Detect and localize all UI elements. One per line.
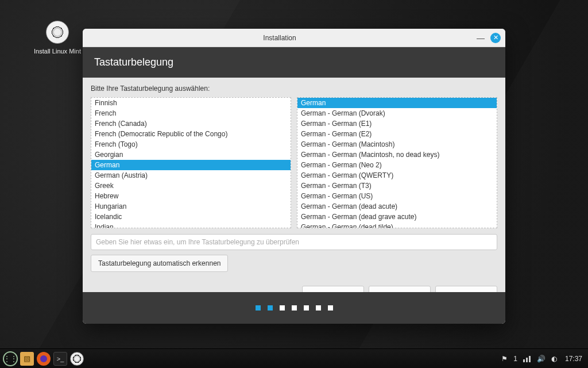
list-item[interactable]: German bbox=[91, 160, 291, 170]
list-item[interactable]: German - German (dead acute) bbox=[297, 201, 497, 212]
close-icon: ✕ bbox=[493, 34, 498, 41]
taskbar: ⋮⋮ ▧ >_ ⚑ 1 🔊 ◐ 17:37 bbox=[0, 348, 588, 368]
start-menu-button[interactable]: ⋮⋮ bbox=[3, 352, 17, 366]
keyboard-test-input[interactable] bbox=[91, 234, 497, 250]
terminal-launcher[interactable]: >_ bbox=[53, 352, 67, 366]
list-item[interactable]: German - German (dead grave acute) bbox=[297, 212, 497, 222]
installer-taskbar-entry[interactable] bbox=[70, 352, 84, 366]
list-item[interactable]: French (Canada) bbox=[91, 118, 291, 129]
list-item[interactable]: French bbox=[91, 108, 291, 118]
volume-icon[interactable]: 🔊 bbox=[537, 355, 546, 363]
progress-dot bbox=[280, 305, 285, 310]
close-button[interactable]: ✕ bbox=[490, 33, 501, 43]
progress-dot bbox=[316, 305, 321, 310]
layout-variant-list[interactable]: GermanGerman - German (Dvorak)German - G… bbox=[297, 97, 497, 228]
disc-icon bbox=[46, 21, 69, 44]
installer-window: Installation — ✕ Tastaturbelegung Bitte … bbox=[83, 29, 505, 324]
page-heading: Tastaturbelegung bbox=[94, 56, 494, 68]
list-item[interactable]: German - German (dead tilde) bbox=[297, 222, 497, 228]
desktop-install-launcher[interactable]: Install Linux Mint bbox=[30, 21, 85, 55]
wizard-header: Tastaturbelegung bbox=[83, 47, 505, 78]
progress-dot bbox=[292, 305, 297, 310]
window-title: Installation bbox=[83, 34, 477, 42]
list-item[interactable]: Hungarian bbox=[91, 201, 291, 212]
list-item[interactable]: Georgian bbox=[91, 150, 291, 160]
list-item[interactable]: German - German (Macintosh) bbox=[297, 139, 497, 150]
notifications-icon[interactable]: ⚑ bbox=[501, 355, 508, 363]
titlebar[interactable]: Installation — ✕ bbox=[83, 29, 505, 47]
folder-icon: ▧ bbox=[24, 354, 30, 363]
list-item[interactable]: Hebrew bbox=[91, 191, 291, 201]
list-item[interactable]: German (Austria) bbox=[91, 170, 291, 181]
firefox-launcher[interactable] bbox=[37, 352, 51, 366]
list-item[interactable]: German - German (E2) bbox=[297, 129, 497, 139]
prompt-label: Bitte Ihre Tastaturbelegung auswählen: bbox=[91, 85, 497, 93]
terminal-icon: >_ bbox=[57, 355, 64, 362]
system-tray: ⚑ 1 🔊 ◐ 17:37 bbox=[501, 355, 585, 363]
mint-logo-icon: ⋮⋮ bbox=[3, 351, 18, 366]
network-icon[interactable] bbox=[523, 355, 531, 362]
progress-dot bbox=[328, 305, 333, 310]
power-icon[interactable]: ◐ bbox=[551, 355, 557, 363]
clock[interactable]: 17:37 bbox=[565, 355, 582, 363]
list-item[interactable]: French (Togo) bbox=[91, 139, 291, 150]
list-item[interactable]: Indian bbox=[91, 222, 291, 228]
desktop-install-label: Install Linux Mint bbox=[30, 47, 85, 55]
notification-count[interactable]: 1 bbox=[513, 355, 517, 363]
list-item[interactable]: Icelandic bbox=[91, 212, 291, 222]
progress-dot bbox=[256, 305, 261, 310]
list-item[interactable]: German bbox=[297, 98, 497, 108]
file-manager-launcher[interactable]: ▧ bbox=[20, 352, 34, 366]
progress-dots bbox=[83, 292, 505, 324]
list-item[interactable]: German - German (Macintosh, no dead keys… bbox=[297, 150, 497, 160]
list-item[interactable]: Greek bbox=[91, 181, 291, 191]
disc-icon bbox=[70, 352, 84, 366]
list-item[interactable]: German - German (Dvorak) bbox=[297, 108, 497, 118]
minimize-button[interactable]: — bbox=[477, 33, 485, 43]
list-item[interactable]: German - German (E1) bbox=[297, 118, 497, 129]
list-item[interactable]: German - German (T3) bbox=[297, 181, 497, 191]
detect-layout-button[interactable]: Tastaturbelegung automatisch erkennen bbox=[91, 255, 228, 272]
layout-language-list[interactable]: FinnishFrenchFrench (Canada)French (Demo… bbox=[91, 97, 291, 228]
list-item[interactable]: German - German (US) bbox=[297, 191, 497, 201]
firefox-icon bbox=[40, 355, 47, 362]
list-item[interactable]: Finnish bbox=[91, 98, 291, 108]
wizard-content: Bitte Ihre Tastaturbelegung auswählen: F… bbox=[83, 78, 505, 310]
list-item[interactable]: German - German (Neo 2) bbox=[297, 160, 497, 170]
list-item[interactable]: French (Democratic Republic of the Congo… bbox=[91, 129, 291, 139]
progress-dot bbox=[268, 305, 273, 310]
list-item[interactable]: German - German (QWERTY) bbox=[297, 170, 497, 181]
progress-dot bbox=[304, 305, 309, 310]
